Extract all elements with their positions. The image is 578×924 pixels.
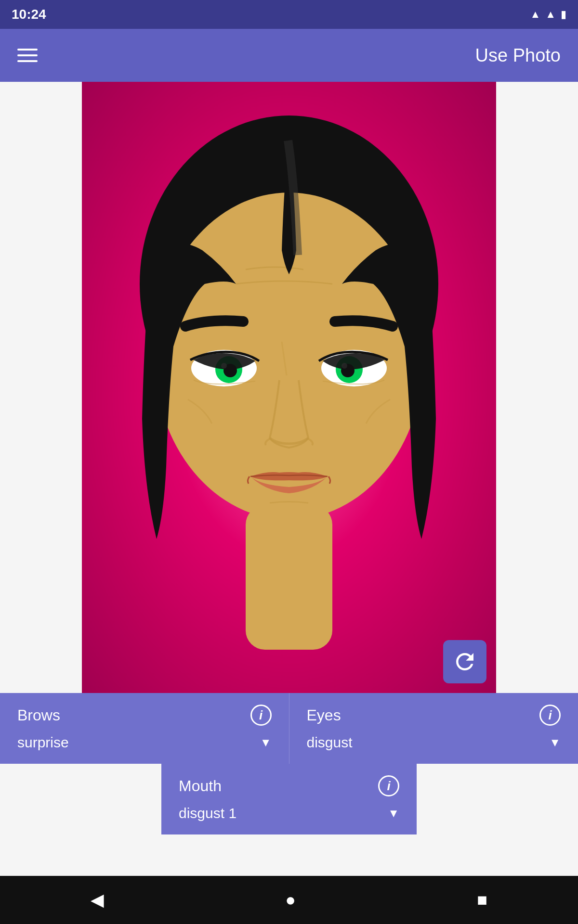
svg-rect-1 <box>246 505 332 650</box>
brows-dropdown-arrow: ▼ <box>260 736 272 749</box>
battery-icon: ▮ <box>561 8 566 21</box>
use-photo-button[interactable]: Use Photo <box>475 45 561 66</box>
eyes-dropdown-container: neutral anger disgust fear happiness sad… <box>307 734 561 750</box>
controls-row-1: Brows i neutral anger disgust fear happi… <box>0 693 578 764</box>
mouth-info-button[interactable]: i <box>378 775 399 796</box>
eyes-panel: Eyes i neutral anger disgust fear happin… <box>289 693 578 764</box>
face-canvas <box>82 82 496 693</box>
brows-dropdown-container: neutral anger disgust fear happiness sad… <box>17 734 272 750</box>
eyes-header: Eyes i <box>307 705 561 726</box>
eyes-info-button[interactable]: i <box>539 705 561 726</box>
main-content: Brows i neutral anger disgust fear happi… <box>0 82 578 876</box>
brows-info-button[interactable]: i <box>250 705 272 726</box>
mouth-panel: Mouth i neutral anger disgust 1 disgust … <box>161 764 417 834</box>
status-time: 10:24 <box>12 7 46 22</box>
brows-label: Brows <box>17 706 60 724</box>
brows-dropdown[interactable]: neutral anger disgust fear happiness sad… <box>17 734 103 750</box>
mouth-dropdown-arrow: ▼ <box>388 807 399 820</box>
mouth-dropdown[interactable]: neutral anger disgust 1 disgust 2 fear h… <box>179 805 264 821</box>
status-bar: 10:24 ▲ ▲ ▮ <box>0 0 578 29</box>
back-button[interactable]: ◀ <box>83 882 112 918</box>
mouth-dropdown-container: neutral anger disgust 1 disgust 2 fear h… <box>179 805 399 821</box>
recent-button[interactable]: ■ <box>469 882 495 918</box>
mouth-label: Mouth <box>179 777 222 795</box>
face-illustration <box>82 82 496 693</box>
menu-button[interactable] <box>17 49 38 62</box>
wifi-icon: ▲ <box>530 8 540 21</box>
bottom-navigation: ◀ ● ■ <box>0 876 578 924</box>
app-bar: Use Photo <box>0 29 578 82</box>
eyes-dropdown-arrow: ▼ <box>549 736 561 749</box>
refresh-button[interactable] <box>443 640 486 683</box>
controls-row-2: Mouth i neutral anger disgust 1 disgust … <box>0 764 578 834</box>
status-icons: ▲ ▲ ▮ <box>530 8 566 21</box>
mouth-header: Mouth i <box>179 775 399 796</box>
eyes-label: Eyes <box>307 706 341 724</box>
home-button[interactable]: ● <box>277 882 303 918</box>
brows-panel: Brows i neutral anger disgust fear happi… <box>0 693 289 764</box>
controls-section: Brows i neutral anger disgust fear happi… <box>0 693 578 834</box>
signal-icon: ▲ <box>545 8 556 21</box>
brows-header: Brows i <box>17 705 272 726</box>
eyes-dropdown[interactable]: neutral anger disgust fear happiness sad… <box>307 734 392 750</box>
